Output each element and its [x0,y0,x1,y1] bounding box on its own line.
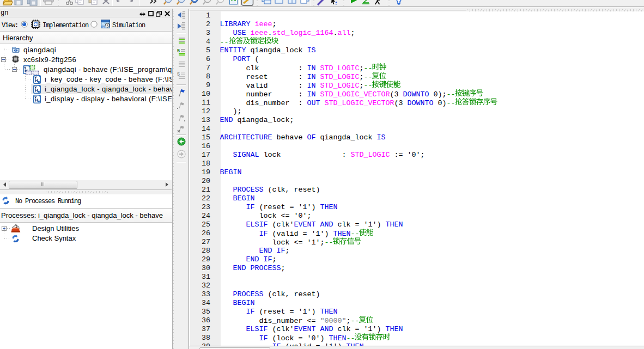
svg-text:ISim: ISim [102,26,107,28]
svg-text:5: 5 [177,71,180,77]
svg-text:5: 5 [177,48,180,53]
